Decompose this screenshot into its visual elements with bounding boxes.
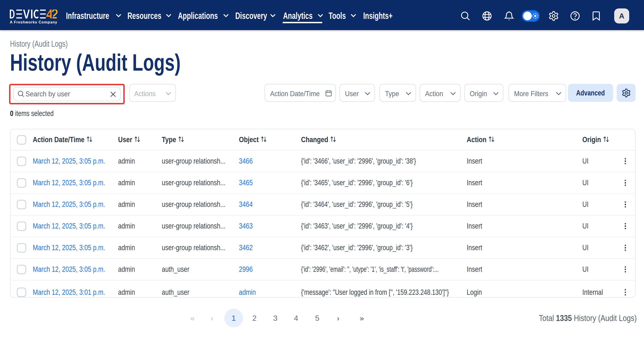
svg-text:A Freshworks Company: A Freshworks Company	[10, 20, 57, 24]
